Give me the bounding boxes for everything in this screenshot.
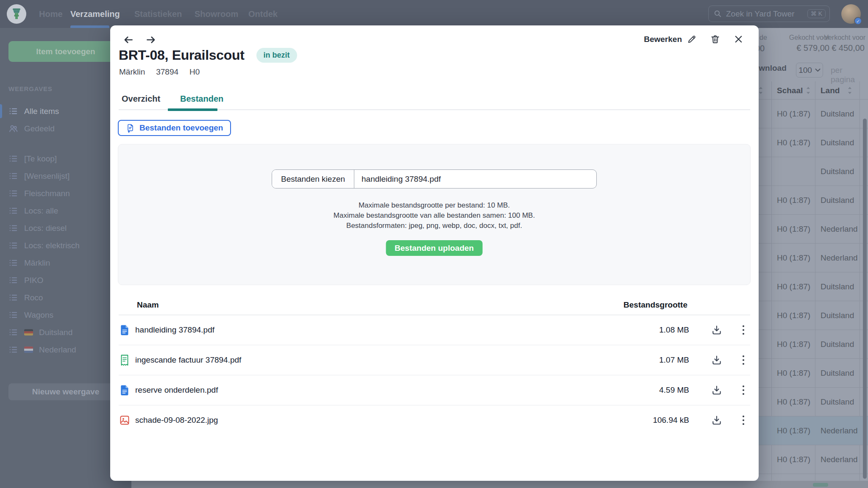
cell-schaal: H0 (1:87) [777,311,810,320]
sidebar-item-label: Fleischmann [24,189,70,198]
list-icon [8,327,18,337]
rule-max-per-file: Maximale bestandsgrootte per bestand: 10… [118,200,750,211]
size-column-header: Bestandsgrootte [623,297,687,315]
app-logo[interactable] [7,4,26,24]
tab-bestanden[interactable]: Bestanden [180,89,223,108]
file-row[interactable]: handleiding 37894.pdf 1.08 MB [119,315,750,345]
file-size: 106.94 kB [634,416,689,425]
sidebar-item-label: Duitsland [39,328,72,337]
modal-tabs: Overzicht Bestanden [119,89,750,110]
column-header-land[interactable]: Land [821,81,840,100]
file-row[interactable]: reserve onderdelen.pdf 4.59 MB [119,375,750,405]
choose-files-button[interactable]: Bestanden kiezen [272,170,354,188]
selected-file-name: handleiding 37894.pdf [354,170,441,188]
cell-schaal: H0 (1:87) [777,196,810,205]
row-menu-kebab-icon[interactable] [738,355,748,366]
sort-icon[interactable] [847,86,853,95]
sold-for-label: Verkocht voor [824,34,865,42]
people-icon [8,124,18,133]
nav-item-verzameling[interactable]: Verzameling [70,0,120,28]
cell-land: Nederland [821,225,858,234]
download-icon[interactable] [711,355,722,366]
page-size-value: 100 [798,66,812,75]
file-plus-icon [126,123,135,133]
cell-land: Duitsland [821,282,854,291]
sidebar-item-label: Wagons [24,311,53,320]
search-input[interactable]: Zoek in Yard Tower ⌘ K [708,6,830,22]
nav-item-ontdek[interactable]: Ontdek [248,0,278,28]
active-tab-underline [168,108,217,111]
scrollbar-thumb[interactable] [863,119,867,479]
nav-item-home[interactable]: Home [39,0,63,28]
sidebar-item-label: Märklin [24,258,50,268]
list-icon [8,223,18,233]
cell-land: Nederland [821,426,858,435]
item-meta: Märklin 37894 H0 [119,67,200,77]
sidebar-item-label: Locs: alle [24,206,58,216]
forward-arrow-button[interactable] [145,34,156,45]
cell-schaal: H0 (1:87) [777,109,810,119]
file-name: reserve onderdelen.pdf [135,385,218,395]
back-arrow-button[interactable] [123,34,134,45]
nav-item-statistieken[interactable]: Statistieken [134,0,182,28]
file-row[interactable]: ingescande factuur 37894.pdf 1.07 MB [119,345,750,375]
files-table-header: Naam Bestandsgrootte [119,297,750,315]
tab-overzicht[interactable]: Overzicht [122,89,160,108]
sidebar-item-label: Gedeeld [24,124,55,133]
sidebar-item-label: [Wensenlijst] [24,172,70,181]
row-menu-kebab-icon[interactable] [738,385,748,396]
files-table: Naam Bestandsgrootte handleiding 37894.p… [119,297,750,435]
file-input[interactable]: Bestanden kiezen handleiding 37894.pdf [272,169,597,189]
row-menu-kebab-icon[interactable] [738,415,748,426]
screen: Home Verzameling Statistieken Showroom O… [0,0,868,488]
cut-column-header-fragment: de [760,34,767,42]
netherlands-flag-icon [24,347,33,353]
list-icon [8,345,18,355]
sidebar-item-label: Alle items [24,107,59,116]
bought-for-value: € 579,00 [796,43,829,53]
cell-schaal: H0 (1:87) [777,426,810,435]
add-item-button[interactable]: Item toevoegen [8,41,123,62]
cell-land: Duitsland [821,196,854,205]
sort-icon[interactable] [758,86,764,95]
page-footer-strip [131,481,868,488]
search-shortcut-badge: ⌘ K [807,9,826,18]
pdf-document-icon [120,385,130,396]
delete-trash-button[interactable] [710,34,720,44]
add-files-button[interactable]: Bestanden toevoegen [118,120,231,136]
status-badge: in bezit [256,48,297,63]
cell-land: Duitsland [821,311,854,320]
sidebar-item-label: Nederland [39,345,76,355]
avatar[interactable]: ✓ [841,4,861,24]
cell-land: Duitsland [821,109,854,119]
meta-scale: H0 [189,67,200,77]
list-icon [8,171,18,181]
file-name: ingescande factuur 37894.pdf [135,355,241,365]
sidebar-item-label: Locs: diesel [24,224,67,233]
item-detail-modal: Bewerken BRT-08, Eurailscout in bezit Mä… [110,25,759,481]
cell-land: Duitsland [821,369,854,378]
download-icon[interactable] [711,415,722,426]
edit-button[interactable]: Bewerken [644,34,697,44]
file-row[interactable]: schade-09-08-2022.jpg 106.94 kB [119,405,750,435]
modal-actions: Bewerken [644,34,743,44]
new-view-button[interactable]: Nieuwe weergave [8,383,123,400]
search-icon [714,10,722,18]
column-header-schaal[interactable]: Schaal [777,81,803,100]
pagination-indicator [813,483,828,487]
upload-files-button[interactable]: Bestanden uploaden [386,240,483,256]
water-tower-icon [11,8,22,20]
download-icon[interactable] [711,385,722,396]
list-icon [8,154,18,164]
page-size-select[interactable]: 100 [796,63,823,78]
nav-item-showroom[interactable]: Showroom [195,0,238,28]
cell-land: Duitsland [821,167,854,176]
sort-icon[interactable] [805,86,811,95]
meta-brand: Märklin [119,67,145,77]
download-icon[interactable] [711,324,722,336]
file-size: 4.59 MB [634,385,689,395]
close-button[interactable] [734,34,743,44]
germany-flag-icon [24,329,33,336]
row-menu-kebab-icon[interactable] [738,324,748,336]
file-name: schade-09-08-2022.jpg [135,416,218,425]
